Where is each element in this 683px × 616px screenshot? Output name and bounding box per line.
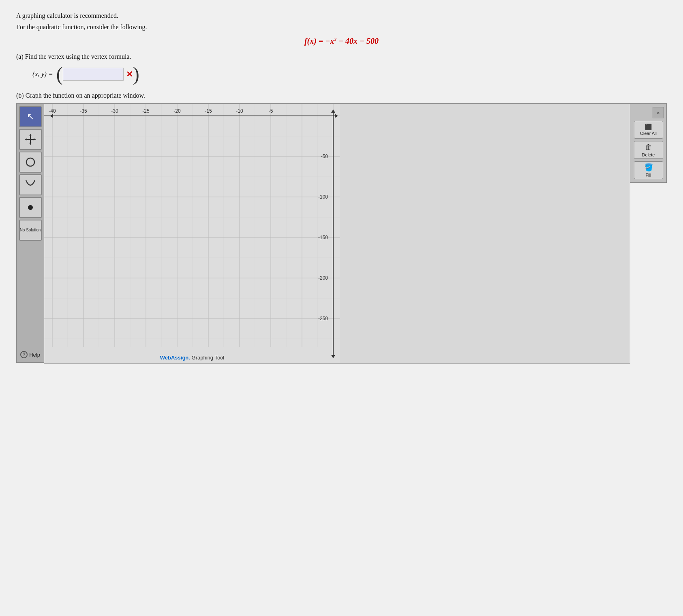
cursor-tool-button[interactable]: ↖ — [19, 106, 42, 127]
no-solution-button[interactable]: No Solution — [19, 220, 42, 241]
help-icon: ? — [20, 351, 28, 358]
svg-text:-30: -30 — [111, 108, 118, 114]
svg-text:-100: -100 — [318, 194, 328, 200]
svg-marker-2 — [29, 134, 32, 136]
fill-icon: 🪣 — [644, 163, 653, 172]
graph-canvas-wrap: -40 -35 -30 -25 -20 -15 -10 -5 -50 -100 … — [44, 103, 630, 364]
expand-button[interactable]: » — [653, 107, 664, 118]
svg-text:-40: -40 — [49, 108, 56, 114]
move-icon — [24, 133, 36, 145]
left-paren: ( — [56, 64, 63, 84]
svg-text:-15: -15 — [205, 108, 212, 114]
svg-point-6 — [26, 158, 34, 166]
part-a-label: (a) Find the vertex using the vertex for… — [16, 53, 667, 60]
graph-outer: ↖ — [16, 103, 667, 364]
graph-svg: -40 -35 -30 -25 -20 -15 -10 -5 -50 -100 … — [44, 104, 340, 363]
svg-marker-3 — [29, 143, 32, 145]
intro-line1: A graphing calculator is recommended. — [16, 12, 667, 19]
graph-section: ↖ — [16, 103, 667, 364]
fill-button[interactable]: 🪣 Fill — [634, 161, 663, 179]
intro-line2: For the quadratic function, consider the… — [16, 24, 667, 31]
graph-canvas[interactable]: -40 -35 -30 -25 -20 -15 -10 -5 -50 -100 … — [44, 104, 340, 363]
graphing-tool-label: Graphing Tool — [192, 355, 225, 361]
dot-icon — [28, 205, 33, 210]
vertex-x-input[interactable] — [63, 68, 124, 81]
dot-tool-button[interactable] — [19, 197, 42, 218]
delete-button[interactable]: 🗑 Delete — [634, 141, 663, 159]
svg-text:-35: -35 — [80, 108, 87, 114]
vertex-row: (x, y) = ( ✕ ) — [32, 64, 667, 84]
svg-text:-25: -25 — [142, 108, 150, 114]
vertex-input-wrap: ✕ — [63, 68, 133, 81]
svg-text:-150: -150 — [318, 235, 328, 240]
graph-footer: WebAssign. Graphing Tool — [44, 355, 340, 361]
delete-icon: 🗑 — [645, 143, 652, 152]
svg-text:-10: -10 — [236, 108, 243, 114]
help-label: Help — [29, 352, 40, 358]
parabola-icon — [24, 179, 36, 191]
right-panel: » ⬛ Clear All 🗑 Delete 🪣 Fill — [630, 103, 667, 183]
vertex-eq-label: (x, y) = — [32, 70, 53, 78]
help-button[interactable]: ? Help — [20, 349, 40, 360]
svg-text:-50: -50 — [321, 154, 328, 159]
circle-icon — [24, 156, 36, 168]
circle-tool-button[interactable] — [19, 152, 42, 173]
svg-marker-5 — [34, 138, 36, 141]
webassign-brand: WebAssign. — [160, 355, 190, 361]
clear-all-button[interactable]: ⬛ Clear All — [634, 121, 663, 139]
fill-label: Fill — [645, 173, 651, 178]
right-paren: ) — [133, 64, 139, 84]
svg-text:-5: -5 — [269, 108, 273, 114]
function-display: f(x) = −x2 − 40x − 500 — [16, 36, 667, 46]
clear-all-icon: ⬛ — [645, 124, 652, 130]
graph-toolbar: ↖ — [16, 103, 44, 363]
svg-marker-4 — [25, 138, 27, 141]
svg-text:-250: -250 — [318, 316, 328, 321]
svg-text:-200: -200 — [318, 275, 328, 281]
delete-label: Delete — [642, 152, 655, 157]
svg-rect-7 — [44, 104, 340, 363]
parabola-tool-button[interactable] — [19, 174, 42, 195]
svg-text:-20: -20 — [173, 108, 181, 114]
part-b-label: (b) Graph the function on an appropriate… — [16, 92, 667, 99]
move-tool-button[interactable] — [19, 129, 42, 150]
clear-all-label: Clear All — [640, 131, 657, 136]
clear-vertex-button[interactable]: ✕ — [126, 69, 133, 79]
